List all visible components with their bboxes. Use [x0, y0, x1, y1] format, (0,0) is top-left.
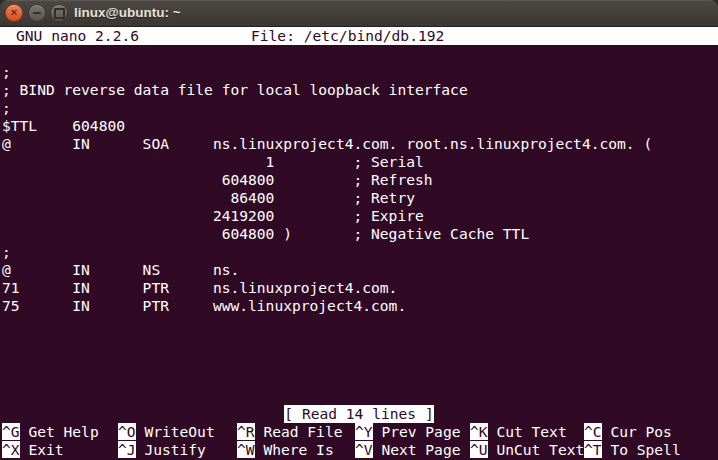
window-title: linux@ubuntu: ~ — [74, 0, 181, 26]
buffer-line: ; — [0, 243, 718, 261]
maximize-button[interactable] — [50, 4, 68, 22]
editor-buffer[interactable]: ; ; BIND reverse data file for local loo… — [0, 45, 718, 315]
shortcut-label: Read File — [263, 423, 342, 440]
buffer-line: @ IN SOA ns.linuxproject4.com. root.ns.l… — [0, 135, 718, 153]
shortcut-where-is: ^WWhere Is — [237, 441, 334, 459]
terminal-window: ✕ linux@ubuntu: ~ GNU nano 2.2.6 File: /… — [0, 0, 718, 460]
close-button[interactable]: ✕ — [5, 4, 23, 22]
close-icon: ✕ — [10, 8, 18, 18]
window-titlebar[interactable]: ✕ linux@ubuntu: ~ — [0, 0, 718, 27]
shortcut-read-file: ^RRead File — [237, 423, 342, 441]
shortcut-exit: ^XExit — [2, 441, 64, 459]
shortcut-uncut-text: ^UUnCut Text — [470, 441, 584, 459]
maximize-icon — [54, 8, 65, 19]
buffer-line: 1 ; Serial — [0, 153, 718, 171]
buffer-line: ; BIND reverse data file for local loopb… — [0, 81, 718, 99]
shortcut-cut-text: ^KCut Text — [470, 423, 567, 441]
buffer-line: 604800 ) ; Negative Cache TTL — [0, 225, 718, 243]
shortcut-bar-row1: ^GGet Help ^OWriteOut ^RRead File ^YPrev… — [0, 423, 718, 441]
buffer-line: 86400 ; Retry — [0, 189, 718, 207]
shortcut-label: Cur Pos — [610, 423, 672, 440]
shortcut-label: Justify — [144, 441, 206, 458]
shortcut-key: ^O — [118, 423, 136, 440]
buffer-line: 71 IN PTR ns.linuxproject4.com. — [0, 279, 718, 297]
shortcut-get-help: ^GGet Help — [2, 423, 99, 441]
buffer-line: $TTL 604800 — [0, 117, 718, 135]
shortcut-label: Next Page — [381, 441, 460, 458]
shortcut-key: ^Y — [355, 423, 373, 440]
shortcut-key: ^G — [2, 423, 20, 440]
buffer-line: 75 IN PTR www.linuxproject4.com. — [0, 297, 718, 315]
shortcut-writeout: ^OWriteOut — [118, 423, 215, 441]
shortcut-label: Get Help — [28, 423, 98, 440]
shortcut-key: ^V — [355, 441, 373, 458]
buffer-line: ; — [0, 63, 718, 81]
shortcut-label: UnCut Text — [496, 441, 584, 458]
shortcut-key: ^X — [2, 441, 20, 458]
shortcut-to-spell: ^TTo Spell — [584, 441, 681, 459]
shortcut-prev-page: ^YPrev Page — [355, 423, 460, 441]
shortcut-label: WriteOut — [144, 423, 214, 440]
shortcut-key: ^C — [584, 423, 602, 440]
buffer-line: @ IN NS ns. — [0, 261, 718, 279]
shortcut-next-page: ^VNext Page — [355, 441, 460, 459]
status-bar: [ Read 14 lines ] — [0, 405, 718, 423]
nano-version: GNU nano 2.2.6 — [16, 27, 139, 45]
buffer-line — [0, 45, 718, 63]
shortcut-label: Exit — [28, 441, 63, 458]
minimize-icon — [33, 12, 41, 14]
buffer-line: ; — [0, 99, 718, 117]
shortcut-label: Where Is — [263, 441, 333, 458]
shortcut-key: ^T — [584, 441, 602, 458]
shortcut-cur-pos: ^CCur Pos — [584, 423, 672, 441]
shortcut-key: ^K — [470, 423, 488, 440]
terminal-screen[interactable]: GNU nano 2.2.6 File: /etc/bind/db.192 ; … — [0, 27, 718, 460]
shortcut-key: ^U — [470, 441, 488, 458]
nano-file-label: File: /etc/bind/db.192 — [251, 27, 444, 45]
shortcut-key: ^J — [118, 441, 136, 458]
shortcut-key: ^R — [237, 423, 255, 440]
shortcut-bar-row2: ^XExit ^JJustify ^WWhere Is ^VNext Page … — [0, 441, 718, 459]
buffer-line: 2419200 ; Expire — [0, 207, 718, 225]
shortcut-label: Prev Page — [381, 423, 460, 440]
shortcut-justify: ^JJustify — [118, 441, 206, 459]
shortcut-key: ^W — [237, 441, 255, 458]
shortcut-label: Cut Text — [496, 423, 566, 440]
status-message: [ Read 14 lines ] — [284, 405, 433, 423]
minimize-button[interactable] — [28, 4, 46, 22]
buffer-line: 604800 ; Refresh — [0, 171, 718, 189]
nano-header-bar: GNU nano 2.2.6 File: /etc/bind/db.192 — [0, 27, 718, 45]
shortcut-label: To Spell — [610, 441, 680, 458]
